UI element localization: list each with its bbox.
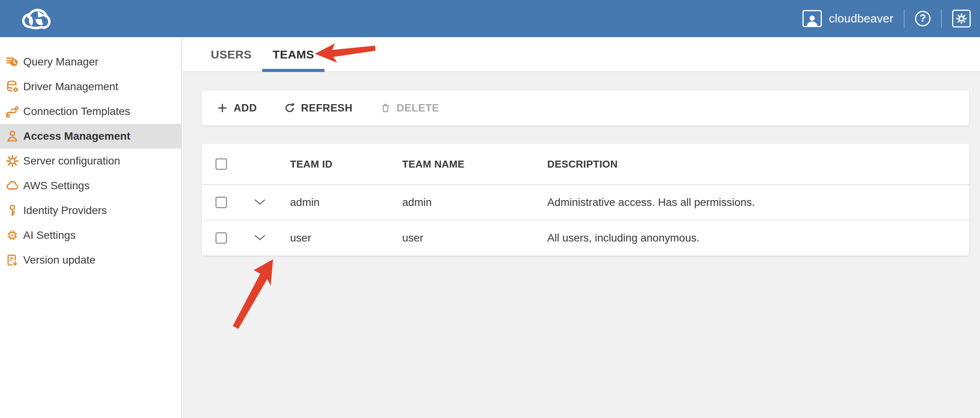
admin-sidebar: Query Manager Driver Management [0, 37, 182, 418]
version-update-icon [5, 252, 20, 268]
sidebar-item-label: Access Management [23, 130, 130, 142]
teams-toolbar: ADD REFRESH DELETE [202, 91, 969, 125]
expand-chevron-icon[interactable] [253, 232, 266, 244]
cloudbeaver-logo-icon [17, 2, 56, 36]
settings-gear-icon[interactable] [952, 10, 971, 27]
cloudbeaver-admin-app: cloudbeaver ? [0, 0, 980, 418]
row-checkbox[interactable] [215, 232, 227, 244]
identity-key-icon [5, 203, 20, 218]
sidebar-item-access-management[interactable]: Access Management [0, 124, 181, 149]
annotation-arrow-to-teams-tab [313, 40, 378, 67]
delete-button[interactable]: DELETE [380, 102, 439, 114]
sidebar-item-label: Server configuration [23, 155, 120, 167]
aws-cloud-icon [5, 178, 20, 194]
sidebar-item-label: AWS Settings [23, 180, 90, 192]
add-button-label: ADD [234, 102, 257, 114]
sidebar-item-label: Identity Providers [23, 204, 107, 217]
delete-button-label: DELETE [397, 102, 439, 114]
description-cell: All users, including anonymous. [547, 232, 700, 244]
column-header-team-id: TEAM ID [290, 158, 333, 170]
refresh-button-label: REFRESH [301, 102, 352, 114]
topbar-divider [941, 10, 942, 27]
access-management-tabs: USERS TEAMS [183, 37, 980, 72]
sidebar-item-version-update[interactable]: Version update [0, 248, 181, 272]
table-row-user[interactable]: user user All users, including anonymous… [202, 220, 969, 255]
team-name-cell: admin [402, 196, 432, 209]
trash-icon [380, 102, 391, 114]
description-cell: Administrative access. Has all permissio… [547, 196, 755, 209]
sidebar-item-label: Driver Management [23, 81, 118, 93]
server-configuration-icon [5, 153, 20, 169]
sidebar-item-aws-settings[interactable]: AWS Settings [0, 173, 181, 198]
team-id-cell: admin [290, 196, 319, 209]
select-all-checkbox[interactable] [215, 158, 227, 170]
sidebar-item-query-manager[interactable]: Query Manager [0, 50, 181, 74]
top-bar: cloudbeaver ? [0, 0, 980, 37]
table-header-row: TEAM ID TEAM NAME DESCRIPTION [202, 144, 969, 185]
refresh-button[interactable]: REFRESH [284, 102, 352, 114]
tab-active-underline [262, 69, 325, 72]
query-manager-icon [5, 54, 20, 70]
help-icon[interactable]: ? [915, 11, 930, 26]
ai-chip-icon [5, 228, 20, 243]
annotation-arrow-to-user-row [226, 255, 280, 334]
sidebar-item-driver-management[interactable]: Driver Management [0, 74, 181, 99]
main-content: USERS TEAMS ADD [183, 37, 980, 418]
connection-templates-icon [5, 104, 20, 119]
expand-chevron-icon[interactable] [253, 196, 266, 209]
person-icon [805, 14, 820, 27]
column-header-description: DESCRIPTION [547, 158, 618, 170]
column-header-team-name: TEAM NAME [402, 158, 464, 170]
topbar-divider [904, 10, 905, 27]
sidebar-item-label: Version update [23, 254, 96, 266]
user-avatar[interactable] [802, 10, 822, 27]
tab-users[interactable]: USERS [200, 37, 262, 72]
team-id-cell: user [290, 232, 311, 244]
add-button[interactable]: ADD [217, 102, 257, 114]
tab-users-label: USERS [211, 48, 252, 61]
sidebar-item-label: AI Settings [23, 229, 75, 242]
row-checkbox[interactable] [215, 197, 227, 208]
top-bar-right-cluster: cloudbeaver ? [802, 0, 971, 37]
tab-teams-label: TEAMS [273, 48, 314, 61]
team-name-cell: user [402, 232, 423, 244]
username-label: cloudbeaver [829, 12, 893, 25]
sidebar-item-ai-settings[interactable]: AI Settings [0, 223, 181, 248]
sidebar-item-server-configuration[interactable]: Server configuration [0, 149, 181, 173]
sidebar-item-label: Query Manager [23, 56, 99, 68]
sidebar-item-connection-templates[interactable]: Connection Templates [0, 99, 181, 124]
sidebar-item-label: Connection Templates [23, 105, 130, 118]
plus-icon [217, 102, 228, 114]
access-management-icon [5, 128, 20, 144]
refresh-icon [284, 102, 295, 114]
table-row-admin[interactable]: admin admin Administrative access. Has a… [202, 185, 969, 220]
driver-management-icon [5, 79, 20, 94]
teams-table: TEAM ID TEAM NAME DESCRIPTION admin admi… [202, 144, 969, 255]
sidebar-item-identity-providers[interactable]: Identity Providers [0, 198, 181, 223]
